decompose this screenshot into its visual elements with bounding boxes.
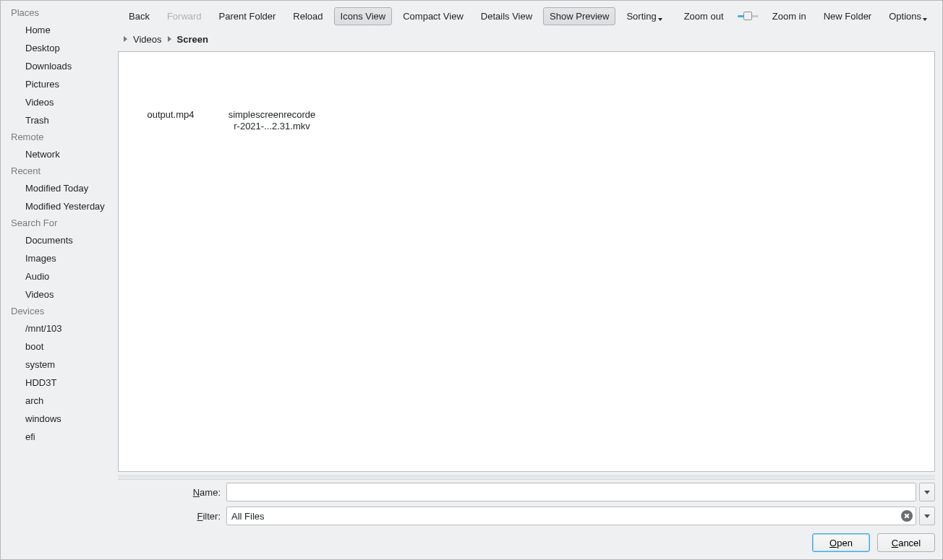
- chevron-down-icon: [924, 491, 930, 494]
- places-panel: Places Home Desktop Downloads Pictures V…: [1, 1, 114, 559]
- filter-value: All Files: [231, 511, 901, 522]
- filter-combo[interactable]: All Files: [226, 507, 916, 525]
- details-view-button[interactable]: Details View: [474, 7, 539, 25]
- clear-filter-icon[interactable]: [901, 510, 913, 522]
- filter-label: Filter:: [114, 511, 226, 522]
- sidebar-item-arch[interactable]: arch: [1, 392, 114, 410]
- file-item[interactable]: simplescreenrecorder-2021-...2.31.mkv: [224, 56, 320, 133]
- icons-pane: output.mp4 simplescreenrecorder-2021-...…: [119, 52, 934, 137]
- sidebar-item-videos[interactable]: Videos: [1, 93, 114, 111]
- forward-button: Forward: [161, 7, 208, 25]
- sidebar-item-pictures[interactable]: Pictures: [1, 75, 114, 93]
- sidebar-item-efi[interactable]: efi: [1, 428, 114, 446]
- file-dialog: Places Home Desktop Downloads Pictures V…: [0, 0, 943, 560]
- file-area[interactable]: output.mp4 simplescreenrecorder-2021-...…: [118, 51, 935, 472]
- file-label: output.mp4: [145, 108, 196, 121]
- name-row: Name:: [114, 480, 942, 504]
- searchfor-header: Search For: [1, 215, 114, 231]
- sidebar-item-hdd3t[interactable]: HDD3T: [1, 374, 114, 392]
- sidebar-item-boot[interactable]: boot: [1, 337, 114, 356]
- zoom-out-button[interactable]: Zoom out: [678, 7, 730, 25]
- show-preview-button[interactable]: Show Preview: [543, 7, 615, 25]
- sidebar-item-images[interactable]: Images: [1, 249, 114, 267]
- zoom-slider[interactable]: [738, 9, 759, 22]
- file-item[interactable]: output.mp4: [123, 56, 218, 121]
- sidebar-item-modified-today[interactable]: Modified Today: [1, 179, 114, 197]
- open-button[interactable]: Open: [812, 533, 870, 552]
- name-label: Name:: [114, 487, 226, 498]
- back-button[interactable]: Back: [122, 7, 156, 25]
- recent-header: Recent: [1, 163, 114, 179]
- compact-view-button[interactable]: Compact View: [396, 7, 470, 25]
- video-file-icon: [148, 56, 194, 108]
- remote-header: Remote: [1, 129, 114, 145]
- sidebar-item-search-videos[interactable]: Videos: [1, 285, 114, 303]
- toolbar: Back Forward Parent Folder Reload Icons …: [114, 1, 942, 31]
- video-file-icon: [249, 56, 295, 108]
- breadcrumb-item-current[interactable]: Screen: [176, 34, 210, 45]
- chevron-down-icon: [924, 514, 930, 518]
- main-area: Back Forward Parent Folder Reload Icons …: [114, 1, 942, 559]
- name-history-dropdown[interactable]: [919, 483, 935, 501]
- chevron-right-icon: [124, 36, 127, 42]
- options-button[interactable]: Options: [882, 7, 934, 25]
- parent-folder-button[interactable]: Parent Folder: [213, 7, 283, 25]
- places-header: Places: [1, 5, 114, 21]
- filter-dropdown[interactable]: [919, 507, 935, 525]
- sidebar-item-home[interactable]: Home: [1, 21, 114, 39]
- breadcrumb-item-videos[interactable]: Videos: [132, 34, 163, 45]
- sidebar-item-modified-yesterday[interactable]: Modified Yesterday: [1, 197, 114, 215]
- chevron-right-icon: [168, 36, 171, 42]
- zoom-in-button[interactable]: Zoom in: [766, 7, 813, 25]
- new-folder-button[interactable]: New Folder: [817, 7, 878, 25]
- sidebar-item-desktop[interactable]: Desktop: [1, 39, 114, 57]
- sidebar-item-network[interactable]: Network: [1, 145, 114, 163]
- cancel-button[interactable]: Cancel: [877, 533, 935, 552]
- sidebar-item-system[interactable]: system: [1, 356, 114, 374]
- devices-header: Devices: [1, 303, 114, 319]
- sidebar-item-documents[interactable]: Documents: [1, 231, 114, 249]
- file-label: simplescreenrecorder-2021-...2.31.mkv: [226, 108, 318, 133]
- sidebar-item-downloads[interactable]: Downloads: [1, 57, 114, 75]
- sidebar-item-mnt103[interactable]: /mnt/103: [1, 319, 114, 337]
- sidebar-item-audio[interactable]: Audio: [1, 267, 114, 285]
- icons-view-button[interactable]: Icons View: [334, 7, 393, 25]
- sidebar-item-windows[interactable]: windows: [1, 410, 114, 428]
- sidebar-item-trash[interactable]: Trash: [1, 111, 114, 129]
- filter-row: Filter: All Files: [114, 504, 942, 527]
- sorting-button[interactable]: Sorting: [620, 7, 668, 25]
- reload-button[interactable]: Reload: [286, 7, 329, 25]
- name-input[interactable]: [226, 483, 916, 501]
- breadcrumb: Videos Screen: [114, 31, 942, 47]
- dialog-buttons: Open Cancel: [114, 527, 942, 559]
